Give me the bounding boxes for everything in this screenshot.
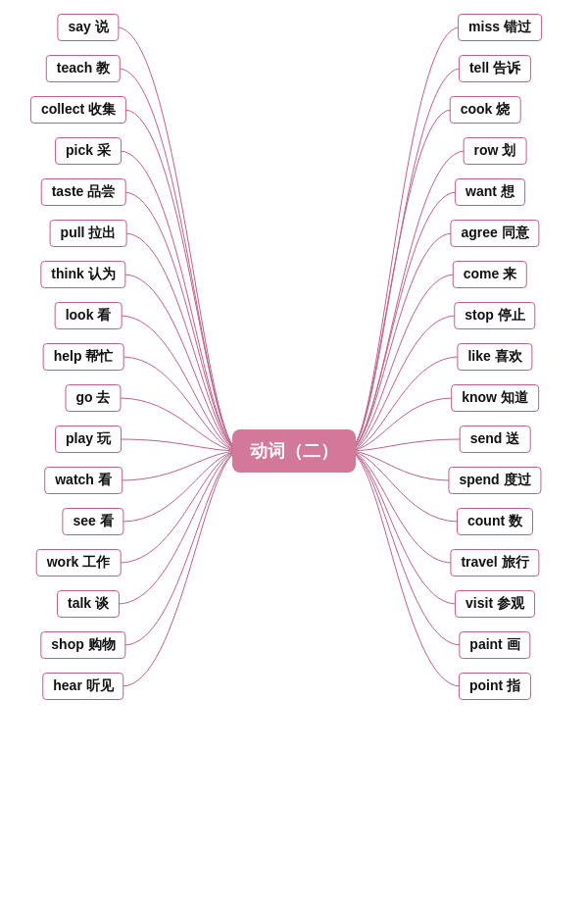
word-node-tell: tell 告诉: [459, 55, 531, 82]
word-node-see: see 看: [62, 508, 123, 535]
word-node-watch: watch 看: [44, 467, 122, 494]
word-node-hear: hear 听见: [42, 673, 123, 700]
word-node-say: say 说: [57, 14, 119, 41]
word-node-taste: taste 品尝: [41, 178, 126, 206]
word-node-know: know 知道: [451, 384, 539, 412]
word-node-point: point 指: [459, 673, 531, 700]
word-node-miss: miss 错过: [458, 14, 542, 41]
word-node-travel: travel 旅行: [450, 549, 539, 576]
center-node: 动词（二）: [232, 429, 356, 473]
word-node-visit: visit 参观: [455, 590, 535, 618]
word-node-spend: spend 度过: [448, 467, 541, 494]
word-node-send: send 送: [460, 426, 531, 453]
word-node-teach: teach 教: [46, 55, 121, 82]
word-node-play: play 玩: [55, 426, 122, 453]
word-node-think: think 认为: [40, 261, 125, 288]
word-node-agree: agree 同意: [450, 220, 539, 247]
word-node-talk: talk 谈: [57, 590, 120, 618]
word-node-go: go 去: [66, 384, 122, 412]
word-node-come: come 来: [453, 261, 527, 288]
word-node-look: look 看: [55, 302, 122, 329]
word-node-pull: pull 拉出: [50, 220, 127, 247]
word-node-row: row 划: [464, 137, 527, 165]
word-node-work: work 工作: [36, 549, 122, 576]
word-node-cook: cook 烧: [450, 96, 521, 124]
word-node-pick: pick 采: [55, 137, 122, 165]
word-node-like: like 喜欢: [457, 343, 532, 371]
word-node-stop: stop 停止: [454, 302, 535, 329]
word-node-paint: paint 画: [459, 631, 530, 659]
word-node-collect: collect 收集: [30, 96, 126, 124]
mind-map-container: 动词（二）say 说teach 教collect 收集pick 采taste 品…: [0, 0, 588, 902]
word-node-want: want 想: [455, 178, 525, 206]
word-node-shop: shop 购物: [40, 631, 125, 659]
word-node-help: help 帮忙: [43, 343, 124, 371]
word-node-count: count 数: [457, 508, 533, 535]
